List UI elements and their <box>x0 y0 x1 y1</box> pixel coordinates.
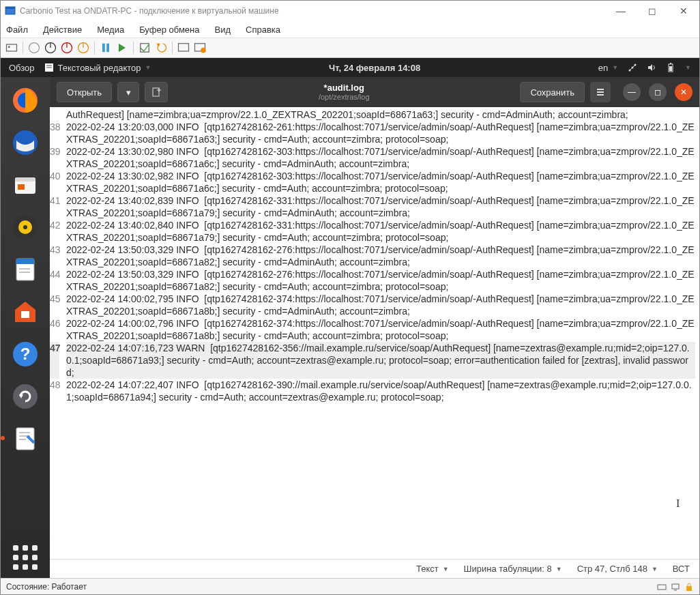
log-line[interactable]: 2022-02-24 14:07:16,723 WARN [qtp1627428… <box>66 342 695 379</box>
dock-rhythmbox[interactable] <box>6 208 44 246</box>
vm-start-icon[interactable] <box>27 41 41 55</box>
line-number: 41 <box>50 194 59 219</box>
syntax-mode-selector[interactable]: Текст ▼ <box>416 564 449 574</box>
vm-share-icon[interactable] <box>193 41 207 55</box>
app-menu[interactable]: Текстовый редактор ▼ <box>44 63 151 73</box>
gedit-headerbar: Открыть ▾ *audit.log /opt/zextras/log Со… <box>50 77 699 107</box>
show-applications-button[interactable] <box>12 544 39 571</box>
log-line[interactable]: 2022-02-24 13:50:03,329 INFO [qtp1627428… <box>66 268 695 293</box>
svg-rect-2 <box>7 44 17 51</box>
host-maximize-button[interactable]: ◻ <box>637 1 668 21</box>
dock-libreoffice-writer[interactable] <box>6 250 44 289</box>
lock-status-icon <box>684 582 694 592</box>
menu-view[interactable]: Вид <box>214 25 231 35</box>
menu-action[interactable]: Действие <box>43 25 82 35</box>
chevron-down-icon: ▼ <box>652 566 658 572</box>
svg-rect-34 <box>15 177 35 182</box>
new-document-icon <box>151 87 162 98</box>
svg-rect-28 <box>669 66 672 71</box>
log-line[interactable]: 2022-02-24 13:50:03,329 INFO [qtp1627428… <box>66 244 695 268</box>
gedit-window: Открыть ▾ *audit.log /opt/zextras/log Со… <box>50 77 699 578</box>
network-icon[interactable] <box>628 63 637 72</box>
vm-window-icon <box>5 5 16 16</box>
ctrl-alt-del-icon[interactable] <box>5 41 18 55</box>
gedit-text-view[interactable]: 3839404142434445464748 AuthRequest] [nam… <box>50 107 699 559</box>
menu-file[interactable]: Файл <box>6 25 28 35</box>
text-editor-indicator-icon <box>44 63 54 72</box>
menu-clipboard[interactable]: Буфер обмена <box>139 25 199 35</box>
log-line[interactable]: 2022-02-24 13:20:03,000 INFO [qtp1627428… <box>66 121 695 145</box>
save-button[interactable]: Сохранить <box>520 82 585 102</box>
guest-desktop: Обзор Текстовый редактор ▼ Чт, 24 феврал… <box>1 58 699 578</box>
gedit-maximize-button[interactable]: ◻ <box>649 83 667 101</box>
chevron-down-icon: ▼ <box>612 64 618 71</box>
activities-button[interactable]: Обзор <box>9 63 35 73</box>
dock-firefox[interactable] <box>6 81 44 119</box>
panel-clock[interactable]: Чт, 24 февраля 14:08 <box>151 63 598 73</box>
display-status-icon <box>671 582 680 592</box>
host-close-button[interactable]: ✕ <box>668 1 699 21</box>
vm-revert-icon[interactable] <box>154 41 168 55</box>
keyboard-layout-indicator[interactable]: en ▼ <box>598 63 618 73</box>
dock-ubuntu-software[interactable] <box>6 293 44 331</box>
svg-rect-29 <box>670 63 671 64</box>
gedit-statusbar: Текст ▼ Ширина табуляции: 8 ▼ Стр 47, Ст… <box>50 559 699 578</box>
svg-marker-13 <box>119 44 126 53</box>
vm-reset-icon[interactable] <box>115 41 129 55</box>
log-line[interactable]: 2022-02-24 14:00:02,795 INFO [qtp1627428… <box>66 293 695 317</box>
svg-rect-35 <box>18 184 25 190</box>
svg-rect-60 <box>672 584 679 589</box>
line-number: 42 <box>50 219 59 244</box>
vm-turnoff-icon[interactable] <box>44 41 57 55</box>
source-code-area[interactable]: AuthRequest] [name=zimbra;ua=zmprov/22.1… <box>62 107 699 559</box>
line-number: 39 <box>50 145 59 170</box>
hamburger-menu-button[interactable] <box>590 82 611 102</box>
open-button[interactable]: Открыть <box>57 82 112 102</box>
vm-enhanced-session-icon[interactable] <box>177 41 190 55</box>
svg-text:?: ? <box>20 345 31 363</box>
log-line[interactable]: 2022-02-24 13:40:02,840 INFO [qtp1627428… <box>66 219 695 244</box>
dock-help[interactable]: ? <box>6 335 44 373</box>
host-titlebar: Carbonio Test на ONDATR-PC - подключение… <box>1 1 699 21</box>
gedit-minimize-button[interactable]: — <box>623 83 641 101</box>
new-tab-button[interactable] <box>145 82 168 102</box>
menu-media[interactable]: Медиа <box>97 25 124 35</box>
host-menubar: Файл Действие Медиа Буфер обмена Вид Спр… <box>1 21 699 38</box>
volume-icon[interactable] <box>647 63 656 72</box>
vm-shutdown-icon[interactable] <box>60 41 74 55</box>
cursor-position-label: Стр 47, Стлб 148 <box>577 564 647 574</box>
battery-icon[interactable] <box>666 63 675 72</box>
text-cursor-icon: I <box>676 497 680 510</box>
svg-rect-3 <box>8 46 10 48</box>
cursor-position-selector[interactable]: Стр 47, Стлб 148 ▼ <box>577 564 658 574</box>
svg-rect-59 <box>658 585 666 590</box>
filename-label: *audit.log <box>173 83 514 93</box>
insert-mode-label: ВСТ <box>673 564 690 574</box>
svg-rect-1 <box>5 7 15 9</box>
dock-files[interactable] <box>6 166 44 204</box>
host-statusbar: Состояние: Работает <box>1 578 699 594</box>
open-recent-dropdown[interactable]: ▾ <box>117 82 139 102</box>
vm-save-icon[interactable] <box>76 41 90 55</box>
svg-rect-11 <box>102 44 105 53</box>
ubuntu-dock: ? <box>1 77 50 578</box>
host-minimize-button[interactable]: — <box>605 1 637 21</box>
log-line[interactable]: 2022-02-24 14:07:22,407 INFO [qtp1627428… <box>66 379 695 403</box>
system-menu-chevron-icon[interactable]: ▼ <box>685 64 691 71</box>
app-menu-label: Текстовый редактор <box>58 63 141 73</box>
svg-rect-43 <box>21 311 29 318</box>
vm-checkpoint-icon[interactable] <box>138 41 151 55</box>
log-line[interactable]: 2022-02-24 13:40:02,839 INFO [qtp1627428… <box>66 194 695 219</box>
tab-width-selector[interactable]: Ширина табуляции: 8 ▼ <box>464 564 562 574</box>
dock-thunderbird[interactable] <box>6 124 44 162</box>
log-line[interactable]: 2022-02-24 13:30:02,980 INFO [qtp1627428… <box>66 145 695 170</box>
filepath-label: /opt/zextras/log <box>173 93 514 102</box>
log-line[interactable]: 2022-02-24 13:30:02,982 INFO [qtp1627428… <box>66 170 695 194</box>
dock-text-editor[interactable] <box>6 420 44 458</box>
menu-help[interactable]: Справка <box>246 25 280 35</box>
vm-pause-icon[interactable] <box>99 41 113 55</box>
log-line[interactable]: 2022-02-24 14:00:02,796 INFO [qtp1627428… <box>66 317 695 342</box>
dock-software-updater[interactable] <box>6 377 44 416</box>
svg-rect-62 <box>686 586 692 591</box>
gedit-close-button[interactable]: ✕ <box>675 83 692 101</box>
